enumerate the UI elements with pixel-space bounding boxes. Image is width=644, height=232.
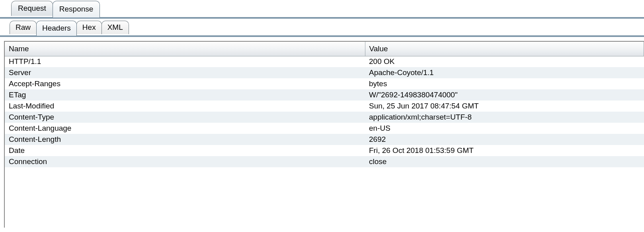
table-row[interactable]: HTTP/1.1200 OK xyxy=(5,56,644,67)
header-value-cell: Fri, 26 Oct 2018 01:53:59 GMT xyxy=(365,145,644,156)
column-header-value[interactable]: Value xyxy=(365,42,644,56)
header-name-cell: Content-Length xyxy=(5,134,365,145)
table-row[interactable]: DateFri, 26 Oct 2018 01:53:59 GMT xyxy=(5,145,644,156)
table-row[interactable]: Content-Length2692 xyxy=(5,134,644,145)
tab-hex[interactable]: Hex xyxy=(76,21,102,34)
header-value-cell: 200 OK xyxy=(365,56,644,67)
header-name-cell: Last-Modified xyxy=(5,101,365,112)
header-value-cell: bytes xyxy=(365,78,644,89)
headers-table-wrap: Name Value HTTP/1.1200 OKServerApache-Co… xyxy=(4,41,644,228)
table-row[interactable]: Connectionclose xyxy=(5,156,644,167)
sub-tab-strip: Raw Headers Hex XML xyxy=(0,19,644,37)
table-row[interactable]: Accept-Rangesbytes xyxy=(5,78,644,89)
header-name-cell: ETag xyxy=(5,89,365,101)
tab-xml[interactable]: XML xyxy=(101,21,129,34)
tab-raw[interactable]: Raw xyxy=(10,21,37,34)
header-value-cell: en-US xyxy=(365,123,644,134)
header-name-cell: Connection xyxy=(5,156,365,167)
table-row[interactable]: Content-Languageen-US xyxy=(5,123,644,134)
headers-table: Name Value HTTP/1.1200 OKServerApache-Co… xyxy=(5,42,644,167)
table-row[interactable]: Content-Typeapplication/xml;charset=UTF-… xyxy=(5,112,644,123)
table-row[interactable]: ETagW/"2692-1498380474000" xyxy=(5,89,644,101)
column-header-name[interactable]: Name xyxy=(5,42,365,56)
table-row[interactable]: ServerApache-Coyote/1.1 xyxy=(5,67,644,78)
header-name-cell: Content-Type xyxy=(5,112,365,123)
header-name-cell: Date xyxy=(5,145,365,156)
top-tabs: Request Response xyxy=(11,1,100,17)
header-name-cell: Server xyxy=(5,67,365,78)
header-value-cell: Apache-Coyote/1.1 xyxy=(365,67,644,78)
tab-response[interactable]: Response xyxy=(53,1,100,17)
sub-tabs: Raw Headers Hex XML xyxy=(10,21,129,36)
header-name-cell: HTTP/1.1 xyxy=(5,56,365,67)
header-value-cell: close xyxy=(365,156,644,167)
header-value-cell: application/xml;charset=UTF-8 xyxy=(365,112,644,123)
header-name-cell: Content-Language xyxy=(5,123,365,134)
header-value-cell: W/"2692-1498380474000" xyxy=(365,89,644,101)
table-row[interactable]: Last-ModifiedSun, 25 Jun 2017 08:47:54 G… xyxy=(5,101,644,112)
header-value-cell: 2692 xyxy=(365,134,644,145)
top-tab-strip: Request Response xyxy=(0,0,644,19)
tab-headers[interactable]: Headers xyxy=(36,21,77,36)
header-value-cell: Sun, 25 Jun 2017 08:47:54 GMT xyxy=(365,101,644,112)
header-name-cell: Accept-Ranges xyxy=(5,78,365,89)
tab-request[interactable]: Request xyxy=(11,1,53,16)
